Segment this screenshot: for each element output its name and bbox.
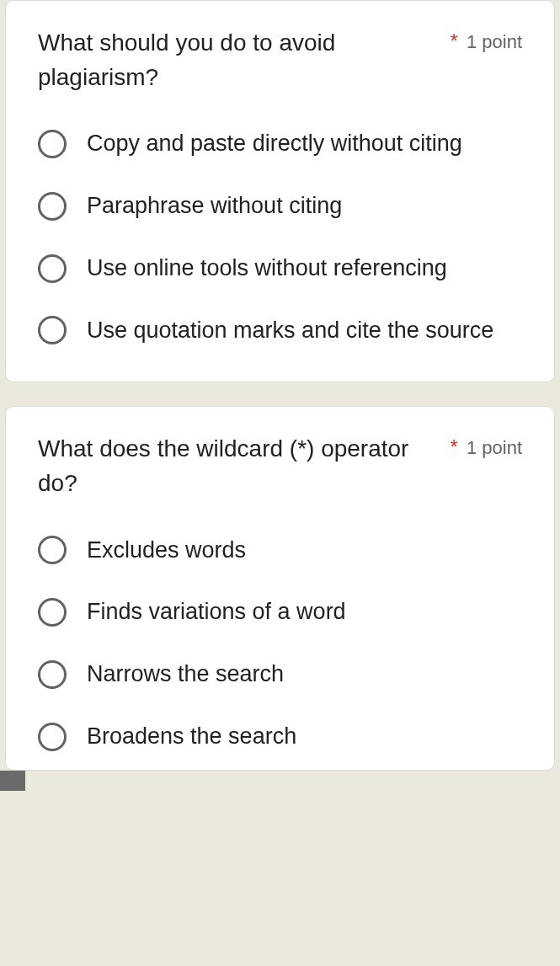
radio-icon [38,130,67,158]
option-label: Paraphrase without citing [87,190,342,222]
option-label: Broadens the search [87,721,296,753]
points-wrap: * 1 point [451,432,522,459]
radio-icon [38,192,67,221]
question-card: What should you do to avoid plagiarism? … [5,0,555,382]
question-header: What should you do to avoid plagiarism? … [38,26,522,94]
points-label: 1 point [467,437,522,459]
options-list: Excludes words Finds variations of a wor… [38,535,522,753]
option-label: Excludes words [87,535,246,567]
radio-option[interactable]: Narrows the search [38,659,522,691]
question-text: What does the wildcard (*) operator do? [38,432,440,500]
radio-icon [38,316,67,344]
radio-option[interactable]: Finds variations of a word [38,596,522,628]
option-label: Copy and paste directly without citing [87,128,462,160]
radio-option[interactable]: Excludes words [38,535,522,567]
option-label: Finds variations of a word [87,596,346,628]
question-card: What does the wildcard (*) operator do? … [5,406,555,770]
points-wrap: * 1 point [451,26,522,53]
radio-icon [38,536,67,564]
radio-option[interactable]: Copy and paste directly without citing [38,128,522,160]
option-label: Use online tools without referencing [87,253,447,285]
question-header: What does the wildcard (*) operator do? … [38,432,522,500]
radio-option[interactable]: Use quotation marks and cite the source [38,315,522,347]
radio-icon [38,254,67,283]
options-list: Copy and paste directly without citing P… [38,128,522,346]
option-label: Use quotation marks and cite the source [87,315,493,347]
question-text: What should you do to avoid plagiarism? [38,26,440,94]
required-mark: * [451,29,458,53]
radio-icon [38,723,67,751]
required-mark: * [451,435,458,459]
option-label: Narrows the search [87,659,284,691]
footer-tab [0,771,25,791]
radio-option[interactable]: Broadens the search [38,721,522,753]
radio-option[interactable]: Paraphrase without citing [38,190,522,222]
radio-icon [38,598,67,627]
points-label: 1 point [467,31,522,53]
radio-icon [38,660,67,689]
radio-option[interactable]: Use online tools without referencing [38,253,522,285]
